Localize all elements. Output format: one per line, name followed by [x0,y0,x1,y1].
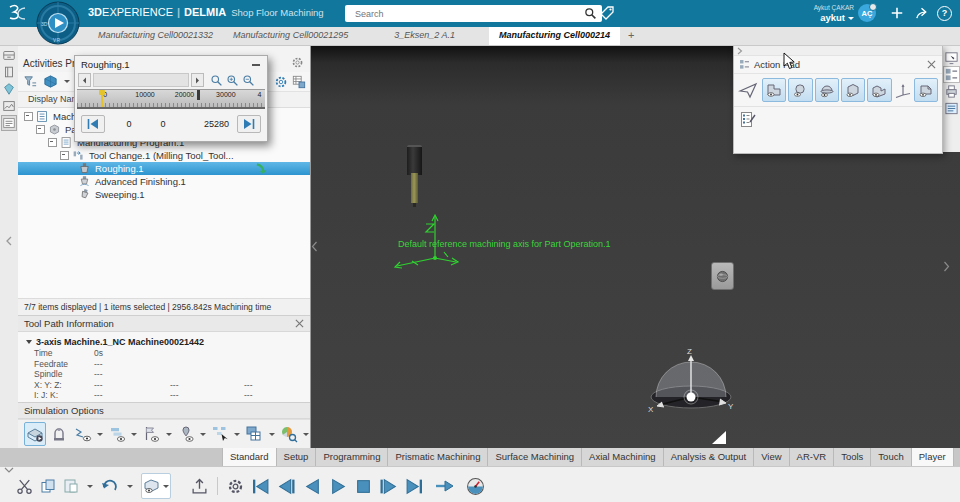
zoom-out-icon[interactable] [242,74,255,87]
simulation-display-button[interactable] [141,473,171,499]
dropdown-caret-icon[interactable] [97,433,103,436]
cut-icon[interactable] [16,478,33,495]
collapse-toolbar-icon[interactable] [4,467,14,474]
show-fixture-button[interactable] [788,78,812,102]
paste-icon[interactable] [63,478,79,494]
tree-item-sweeping[interactable]: Sweeping.1 [18,188,310,201]
dropdown-caret-icon[interactable] [127,485,133,488]
blue-gear-icon[interactable] [274,75,288,89]
simulation-options-header[interactable]: Simulation Options [18,402,310,419]
ribbon-tab-programming[interactable]: Programming [316,448,388,466]
diamond-icon[interactable] [2,82,16,96]
jump-to-start-button[interactable] [251,478,270,495]
skip-to-start-button[interactable] [81,115,105,133]
dropdown-caret-icon[interactable] [64,80,70,83]
action-pad-grip[interactable] [734,46,942,56]
ribbon-tab-player[interactable]: Player [912,448,954,466]
action-pad-header[interactable]: Action Pad [734,56,942,74]
ribbon-tab-analysis-output[interactable]: Analysis & Output [664,448,755,466]
image-icon[interactable] [2,99,16,113]
ribbon-tab-standard[interactable]: Standard [222,448,277,466]
stop-button[interactable] [355,478,372,495]
orbit-sphere-button[interactable] [711,262,734,290]
ribbon-tab-setup[interactable]: Setup [277,448,317,466]
step-forward-button[interactable] [379,478,398,495]
show-axes-icon[interactable] [894,82,912,98]
copy-icon[interactable] [40,478,56,494]
drawer-icon[interactable] [2,48,16,62]
dropdown-caret-icon[interactable] [163,485,169,488]
doc-tab-2[interactable]: Manufacturing Cell00021295 [223,27,358,45]
ribbon-tab-view[interactable]: View [754,448,789,466]
tree-select-icon[interactable] [210,423,230,445]
doc-tab-4-active[interactable]: Manufacturing Cell000214 [489,27,620,45]
tree-item-roughing[interactable]: Roughing.1 [18,162,310,175]
flag-visibility-icon[interactable] [141,423,161,445]
range-marker[interactable] [197,90,200,100]
speed-gauge-icon[interactable] [466,477,485,496]
tree-expander[interactable] [48,138,57,147]
play-to-next-button[interactable] [435,478,455,494]
collapse-rail-icon[interactable] [5,235,13,247]
dropdown-caret-icon[interactable] [87,485,93,488]
new-tab-button[interactable]: + [620,27,642,45]
ribbon-tab-surface-machining[interactable]: Surface Machining [488,448,582,466]
grid-save-icon[interactable] [292,75,306,89]
zoom-in-icon[interactable] [226,74,239,87]
ribbon-tab-touch[interactable]: Touch [871,448,911,466]
user-menu[interactable]: Aykut ÇAKAR aykut [814,3,854,23]
close-icon[interactable] [927,60,936,69]
minimize-icon[interactable] [252,64,260,66]
show-dome-button[interactable] [815,78,839,102]
tree-expander[interactable] [36,125,45,134]
collapse-arrow-icon[interactable] [26,340,32,344]
view-compass[interactable]: Z X Y [646,345,736,415]
table-stack-icon[interactable] [244,423,264,445]
checklist-icon[interactable] [740,111,936,128]
close-icon[interactable] [295,319,304,328]
machine-simulation-icon[interactable] [49,423,69,445]
ribbon-tab-ar-vr[interactable]: AR-VR [790,448,835,466]
toolpath-panel-header[interactable]: Tool Path Information [18,315,310,332]
player-dialog-titlebar[interactable]: Roughing.1 [75,56,267,72]
tree-expander[interactable] [24,112,33,121]
player-settings-gear-icon[interactable] [227,478,244,495]
show-stock-button[interactable] [762,78,786,102]
undo-icon[interactable] [101,478,119,494]
skip-to-end-button[interactable] [237,115,261,133]
printer-icon[interactable] [944,84,959,99]
tree-list-icon[interactable] [2,116,16,130]
panel-gear-icon[interactable] [291,56,304,69]
dropdown-caret-icon[interactable] [131,433,137,436]
dropdown-caret-icon[interactable] [166,433,172,436]
help-icon[interactable]: ? [937,6,952,21]
book-icon[interactable] [2,65,16,79]
dropdown-caret-icon[interactable] [200,433,206,436]
show-part-button[interactable] [841,78,865,102]
ribbon-tab-prismatic-machining[interactable]: Prismatic Machining [388,448,488,466]
play-forward-button[interactable] [329,478,348,495]
tree-item-tool-change[interactable]: Tool Change.1 (Milling Tool_Tool... [18,149,310,162]
tree-item-advanced-finishing[interactable]: Advanced Finishing.1 [18,175,310,188]
dropdown-caret-icon[interactable] [234,433,240,436]
zoom-reset-icon[interactable] [210,74,223,87]
doc-tab-3[interactable]: 3_Eksen_2 A.1 [384,27,465,45]
filter-tree-icon[interactable] [23,74,38,89]
list-panel-icon[interactable] [944,101,959,116]
dropdown-caret-icon[interactable] [269,433,275,436]
3d-shape-icon[interactable] [43,74,58,89]
step-backward-button[interactable] [277,478,296,495]
user-avatar[interactable]: AÇ [858,4,876,22]
show-machine-button[interactable] [867,78,891,102]
analysis-sphere-icon[interactable] [279,423,299,445]
ribbon-tab-tools[interactable]: Tools [834,448,871,466]
ribbon-tab-axial-machining[interactable]: Axial Machining [582,448,664,466]
pin-visibility-icon[interactable] [176,423,196,445]
jump-to-end-button[interactable] [405,478,424,495]
presentation-icon[interactable] [944,50,959,65]
panel-collapse-left-icon[interactable] [311,241,318,252]
toolpath-visibility-icon[interactable] [73,423,93,445]
process-player-dialog[interactable]: Roughing.1 0 10000 20000 30000 4 0 [74,55,268,142]
dropdown-caret-icon[interactable] [303,433,309,436]
play-backward-button[interactable] [303,478,322,495]
